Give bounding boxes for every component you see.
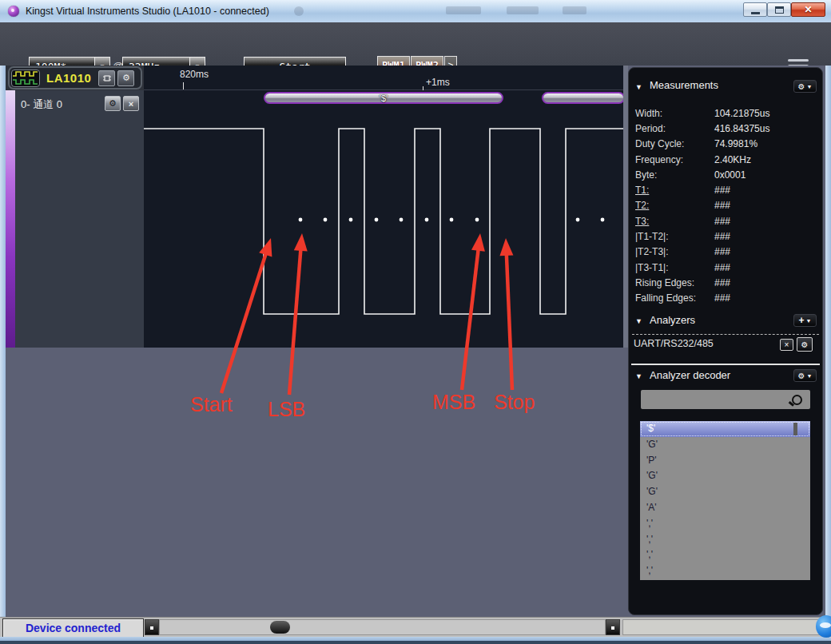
watermark-icon <box>294 6 304 16</box>
measure-value: 104.21875us <box>714 108 769 119</box>
overlay-app-icon[interactable] <box>816 615 831 638</box>
collapse-triangle-icon[interactable]: ▼ <box>635 372 642 380</box>
t2-link[interactable]: T2: <box>635 200 649 211</box>
bit-sample-dot <box>475 218 479 222</box>
scroll-left-button[interactable] <box>145 619 159 635</box>
analyzer-remove-button[interactable]: × <box>780 339 793 351</box>
measure-value: ### <box>714 200 730 211</box>
logic-wave-icon <box>11 70 40 87</box>
analyzer-settings-button[interactable]: ⚙ <box>797 337 813 352</box>
list-item[interactable]: ',' <box>640 516 810 532</box>
right-sidebar: ▼ Measurements ⚙▼ Width: 104.21875us Per… <box>628 67 823 615</box>
measure-label: |T1-T2|: <box>635 231 669 242</box>
app-icon <box>8 6 19 17</box>
device-chip-button[interactable] <box>98 70 115 86</box>
list-item[interactable]: ',' <box>640 547 810 563</box>
list-item[interactable]: 'P' <box>640 453 810 469</box>
plus-icon: + <box>799 315 805 326</box>
collapse-triangle-icon[interactable]: ▼ <box>635 317 642 325</box>
scrollbar-thumb[interactable] <box>270 621 290 634</box>
device-settings-button[interactable]: ⚙ <box>117 70 134 86</box>
waveform-area[interactable]: 820ms +1ms '$' <box>144 66 623 348</box>
dashed-divider <box>632 334 819 335</box>
timeline-left-marker: 820ms <box>180 69 209 80</box>
annotation-label: MSB <box>432 391 475 414</box>
bit-sample-dot <box>299 218 303 222</box>
measure-value: ### <box>714 292 730 304</box>
search-icon[interactable] <box>792 395 802 405</box>
maximize-button[interactable] <box>767 2 791 17</box>
bit-sample-dot <box>450 218 454 222</box>
list-item[interactable]: 'G' <box>640 437 810 453</box>
measure-value: ### <box>714 216 730 227</box>
list-item[interactable]: 'A' <box>640 500 810 516</box>
list-item[interactable]: ',' <box>640 532 810 548</box>
channel-settings-button[interactable]: ⚙ <box>105 96 121 111</box>
channel-color-strip <box>6 90 15 348</box>
divider <box>631 364 820 365</box>
decoded-bytes-list: '$' 'G' 'P' 'G' 'G' 'A' ',' ',' ',' ',' <box>640 421 810 580</box>
device-status-badge: Device connected <box>2 618 144 638</box>
right-scrollbar-track <box>622 619 821 635</box>
search-input[interactable] <box>641 392 792 407</box>
bit-sample-dot <box>576 218 580 222</box>
window-border-right <box>825 66 831 617</box>
annotation-label: LSB <box>268 398 305 421</box>
measure-value: 2.40KHz <box>714 154 751 165</box>
window-title: Kingst Virtual Instruments Studio (LA101… <box>26 6 269 17</box>
measurements-options-button[interactable]: ⚙▼ <box>793 80 817 93</box>
measure-value: 74.9981% <box>714 138 757 149</box>
channel-label: 0- 通道 0 <box>21 97 62 112</box>
measure-label: Width: <box>635 108 662 119</box>
chevron-down-icon: ▼ <box>806 318 812 324</box>
gear-icon: ⚙ <box>801 340 809 349</box>
list-item[interactable]: ',' <box>640 563 810 579</box>
timeline-tick <box>183 82 184 89</box>
channel-close-button[interactable]: × <box>123 96 139 111</box>
collapse-triangle-icon[interactable]: ▼ <box>635 83 642 91</box>
annotation-label: Start <box>190 393 233 416</box>
minimize-button[interactable] <box>743 2 767 17</box>
digital-waveform <box>144 90 623 348</box>
maximize-icon <box>775 6 784 14</box>
close-icon: × <box>129 99 133 109</box>
analyzer-item-uart: UART/RS232/485 <box>634 338 714 349</box>
list-item[interactable]: 'G' <box>640 468 810 484</box>
decoder-search <box>641 390 810 409</box>
timeline-ruler: 820ms +1ms <box>144 66 623 90</box>
channel-panel <box>15 90 144 348</box>
list-scrollbar-thumb[interactable] <box>793 423 797 435</box>
bit-sample-dot <box>400 218 404 222</box>
t3-link[interactable]: T3: <box>635 216 649 227</box>
title-bar: Kingst Virtual Instruments Studio (LA101… <box>0 0 831 23</box>
measure-value: ### <box>714 277 730 288</box>
t1-link[interactable]: T1: <box>635 185 649 196</box>
decoder-options-button[interactable]: ⚙▼ <box>793 369 817 382</box>
gear-icon: ⚙ <box>798 82 805 91</box>
scroll-right-button[interactable] <box>606 619 620 635</box>
window-border-bottom-dark <box>0 641 831 644</box>
horizontal-scrollbar[interactable] <box>159 619 606 635</box>
measure-label: Duty Cycle: <box>635 138 684 149</box>
bit-sample-dot <box>601 218 605 222</box>
list-item[interactable]: '$' <box>640 421 810 437</box>
toolbar: 100M* ▼ @ 32MHz ▼ Start PWM1 PWM2 > <box>0 22 831 66</box>
gear-icon: ⚙ <box>109 98 117 109</box>
decoder-title: Analyzer decoder <box>650 369 730 381</box>
add-analyzer-button[interactable]: +▼ <box>793 314 817 327</box>
measure-value: ### <box>714 185 730 196</box>
bit-sample-dot <box>349 218 353 222</box>
bit-sample-dot <box>375 218 379 222</box>
watermark-badge <box>563 6 586 14</box>
close-button[interactable]: ✕ <box>791 2 825 17</box>
close-icon: × <box>785 340 789 349</box>
measure-value: ### <box>714 262 730 273</box>
measure-label: Byte: <box>635 169 657 181</box>
measure-label: |T3-T1|: <box>635 262 669 273</box>
gear-icon: ⚙ <box>122 73 130 83</box>
chip-icon <box>102 74 112 83</box>
list-item[interactable]: 'G' <box>640 484 810 500</box>
measure-value: ### <box>714 246 730 257</box>
window-border-left <box>0 66 6 617</box>
measure-label: Rising Edges: <box>635 277 694 288</box>
